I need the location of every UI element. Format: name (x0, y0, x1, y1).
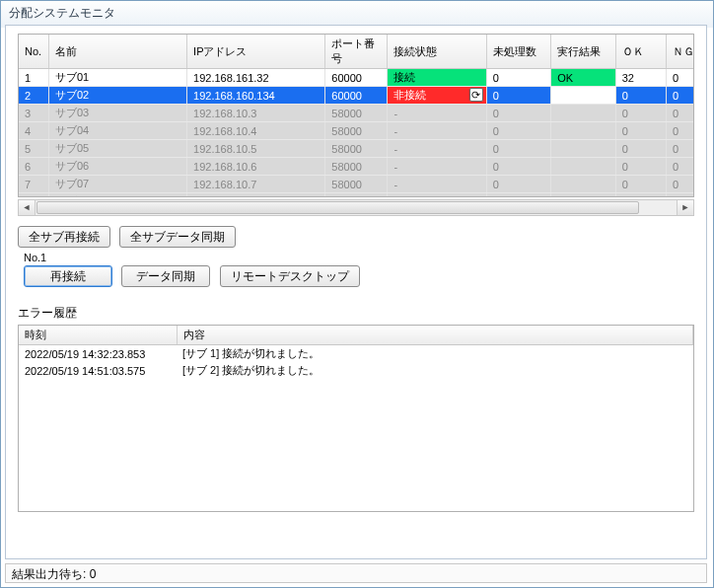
cell: 0 (486, 158, 550, 176)
window-title: 分配システムモニタ (1, 1, 713, 28)
cell: 60000 (325, 69, 388, 87)
cell: サブ07 (48, 176, 186, 193)
col-time[interactable]: 時刻 (19, 326, 177, 345)
cell (551, 193, 615, 198)
col-conn[interactable]: 接続状態 (388, 35, 486, 69)
app-window: 分配システムモニタ No. 名前 IPアドレス ポート番号 接続状態 未処理数 (0, 0, 714, 588)
cell: 192.168.10.4 (187, 122, 325, 140)
col-unprocessed[interactable]: 未処理数 (486, 35, 550, 69)
cell: 0 (667, 176, 694, 193)
cell: 0 (486, 105, 550, 122)
refresh-icon[interactable]: ⟳ (469, 88, 483, 102)
cell: 2 (19, 87, 48, 105)
cell: サブ02 (48, 87, 186, 105)
content-panel: No. 名前 IPアドレス ポート番号 接続状態 未処理数 実行結果 ＯＫ ＮＧ… (5, 25, 707, 559)
cell: 58000 (325, 105, 388, 122)
reconnect-all-button[interactable]: 全サブ再接続 (18, 226, 110, 248)
error-time: 2022/05/19 14:51:03.575 (19, 362, 177, 379)
col-name[interactable]: 名前 (48, 35, 186, 69)
sync-button[interactable]: データ同期 (121, 265, 210, 287)
table-header-row: No. 名前 IPアドレス ポート番号 接続状態 未処理数 実行結果 ＯＫ ＮＧ… (19, 35, 694, 69)
cell (551, 122, 615, 140)
cell: - (388, 140, 486, 158)
table-row[interactable]: 5サブ05192.168.10.558000-0000 (19, 140, 694, 158)
cell: 非接続⟳ (388, 87, 486, 105)
col-ip[interactable]: IPアドレス (187, 35, 325, 69)
error-history-table: 時刻 内容 2022/05/19 14:32:23.853[サブ 1] 接続が切… (19, 326, 693, 379)
cell: サブ04 (48, 122, 186, 140)
cell (551, 158, 615, 176)
error-content: [サブ 1] 接続が切れました。 (177, 345, 693, 363)
cell: 接続 (388, 69, 486, 87)
col-port[interactable]: ポート番号 (325, 35, 388, 69)
cell: - (388, 176, 486, 193)
horizontal-scrollbar[interactable]: ◄ ► (18, 199, 694, 216)
cell (551, 87, 615, 105)
table-row[interactable]: 4サブ04192.168.10.458000-0000 (19, 122, 694, 140)
scroll-right-icon[interactable]: ► (677, 200, 693, 215)
error-row[interactable]: 2022/05/19 14:32:23.853[サブ 1] 接続が切れました。 (19, 345, 693, 363)
selected-sub-label: No.1 (24, 252, 694, 263)
cell: 58000 (325, 140, 388, 158)
cell: 0 (667, 140, 694, 158)
error-content: [サブ 2] 接続が切れました。 (177, 362, 693, 379)
cell: 0 (667, 69, 694, 87)
cell: - (388, 193, 486, 198)
cell: サブ03 (48, 105, 186, 122)
cell: - (388, 105, 486, 122)
cell (551, 140, 615, 158)
scroll-thumb[interactable] (36, 201, 639, 214)
col-no[interactable]: No. (19, 35, 48, 69)
cell: - (388, 158, 486, 176)
cell: サブ06 (48, 158, 186, 176)
cell: 0 (615, 87, 666, 105)
col-ok[interactable]: ＯＫ (615, 35, 666, 69)
sync-all-button[interactable]: 全サブデータ同期 (119, 226, 236, 248)
cell: 58000 (325, 193, 388, 198)
cell: 58000 (325, 176, 388, 193)
cell: 60000 (325, 87, 388, 105)
cell: 1 (19, 69, 48, 87)
cell: 4 (19, 122, 48, 140)
cell: 0 (667, 105, 694, 122)
cell: 192.168.160.134 (187, 87, 325, 105)
global-button-row: 全サブ再接続 全サブデータ同期 (18, 226, 694, 248)
scroll-track[interactable] (36, 200, 677, 215)
sub-table-container: No. 名前 IPアドレス ポート番号 接続状態 未処理数 実行結果 ＯＫ ＮＧ… (18, 34, 694, 197)
cell: 0 (486, 69, 550, 87)
col-ng[interactable]: ＮＧ (667, 35, 694, 69)
cell: - (388, 122, 486, 140)
cell: 0 (615, 122, 666, 140)
status-text: 結果出力待ち: 0 (12, 567, 96, 581)
cell: 192.168.10.3 (187, 105, 325, 122)
cell: 0 (667, 193, 694, 198)
remote-desktop-button[interactable]: リモートデスクトップ (220, 265, 360, 287)
error-row[interactable]: 2022/05/19 14:51:03.575[サブ 2] 接続が切れました。 (19, 362, 693, 379)
cell: 192.168.10.7 (187, 176, 325, 193)
table-row[interactable]: 3サブ03192.168.10.358000-0000 (19, 105, 694, 122)
col-content[interactable]: 内容 (177, 326, 693, 345)
cell: 192.168.10.5 (187, 140, 325, 158)
reconnect-button[interactable]: 再接続 (24, 265, 112, 287)
cell: サブ08 (48, 193, 186, 198)
detail-button-row: 再接続 データ同期 リモートデスクトップ (24, 265, 694, 287)
table-row[interactable]: 6サブ06192.168.10.658000-0000 (19, 158, 694, 176)
cell: 0 (667, 122, 694, 140)
table-row[interactable]: 2サブ02192.168.160.13460000非接続⟳0000 (19, 87, 694, 105)
table-row[interactable]: 7サブ07192.168.10.758000-0000 (19, 176, 694, 193)
cell: 0 (667, 87, 694, 105)
scroll-left-icon[interactable]: ◄ (19, 200, 36, 215)
cell: 8 (19, 193, 48, 198)
cell: 7 (19, 176, 48, 193)
cell: サブ01 (48, 69, 186, 87)
cell: 0 (486, 176, 550, 193)
col-exec[interactable]: 実行結果 (551, 35, 615, 69)
cell: 3 (19, 105, 48, 122)
cell: 58000 (325, 158, 388, 176)
cell: 0 (486, 193, 550, 198)
table-row[interactable]: 8サブ08192.168.10.858000-0000 (19, 193, 694, 198)
error-history-table-container: 時刻 内容 2022/05/19 14:32:23.853[サブ 1] 接続が切… (18, 325, 694, 512)
table-row[interactable]: 1サブ01192.168.161.3260000接続0OK32032 (19, 69, 694, 87)
error-time: 2022/05/19 14:32:23.853 (19, 345, 177, 363)
cell (551, 105, 615, 122)
